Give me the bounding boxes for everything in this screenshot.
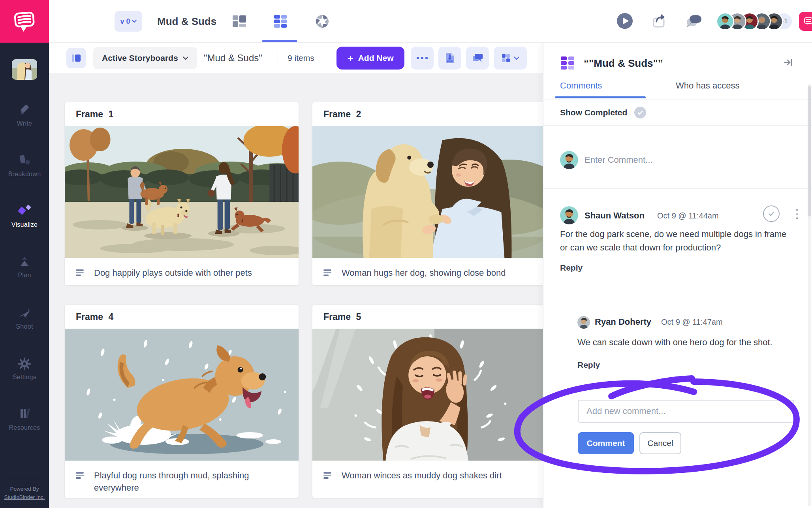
more-options-button[interactable]: [411, 47, 434, 70]
top-bar: v 0 Mud & Suds: [49, 0, 812, 43]
panel-scrollbar: [808, 84, 811, 506]
svg-text:PDF: PDF: [447, 60, 453, 63]
export-pdf-button[interactable]: PDF: [438, 47, 461, 70]
filter-label: Active Storyboards: [102, 53, 178, 63]
speech-bubble-logo-icon: [12, 10, 37, 33]
boards-sidebar-toggle-button[interactable]: [66, 48, 86, 68]
avatar[interactable]: [716, 12, 734, 30]
tab-who-has-access[interactable]: Who has access: [676, 81, 739, 91]
sidebar-item-settings[interactable]: Settings: [0, 357, 49, 381]
sidebar-item-label: Write: [0, 120, 49, 127]
comments-bubble-icon[interactable]: [685, 12, 702, 30]
frame-5-illustration-woman-winces: [312, 329, 546, 461]
frame-title: Frame 4: [65, 305, 299, 329]
frame-title: Frame 1: [65, 102, 299, 126]
new-comment-input[interactable]: [578, 400, 794, 423]
show-completed-label: Show Completed: [560, 108, 627, 117]
panel-title: “"Mud & Suds"”: [584, 57, 775, 70]
powered-by[interactable]: Powered By StudioBinder Inc.: [0, 485, 49, 502]
sidebar-item-label: Plan: [0, 272, 49, 279]
sidebar-item-label: Breakdown: [0, 171, 49, 178]
sidebar-item-visualize[interactable]: Visualize: [0, 204, 49, 228]
version-dropdown[interactable]: v 0: [115, 11, 142, 32]
show-completed-toggle[interactable]: [634, 107, 646, 119]
add-new-button[interactable]: + Add New: [336, 47, 404, 70]
frame-caption: Woman hugs her dog, showing close bond: [342, 267, 506, 279]
resolve-comment-button[interactable]: [763, 205, 780, 222]
reply-link[interactable]: Reply: [577, 360, 600, 370]
powered-by-line1: Powered By: [0, 485, 49, 493]
storyboard-filter-dropdown[interactable]: Active Storyboards: [93, 47, 197, 69]
comment-body: For the dog park scene, do we need multi…: [560, 228, 791, 254]
mosaic-view-icon[interactable]: [231, 13, 247, 29]
sidebar-item-plan[interactable]: Plan: [0, 256, 49, 279]
frame-4-illustration-dog-splashing: [65, 329, 299, 461]
chat-bubbles-icon: [472, 53, 483, 63]
comment-cancel-button[interactable]: Cancel: [639, 432, 681, 454]
sidebar-item-label: Visualize: [0, 221, 49, 228]
comment-menu-icon[interactable]: [793, 206, 801, 222]
tab-comments[interactable]: Comments: [560, 81, 602, 91]
powered-by-line2: StudioBinder Inc.: [0, 493, 49, 502]
add-new-label: Add New: [358, 53, 394, 63]
scrollbar-thumb[interactable]: [808, 86, 811, 216]
active-view-underline: [262, 40, 297, 42]
storyboard-grid-icon: [560, 55, 576, 71]
panel-tabs: Comments Who has access: [543, 81, 812, 100]
comment-composer[interactable]: Enter Comment...: [543, 126, 812, 189]
frame-card-1[interactable]: Frame 1: [64, 102, 299, 286]
play-button[interactable]: [616, 12, 633, 30]
chevron-down-icon: [183, 56, 188, 60]
avatar: [560, 206, 578, 224]
paper-plane-icon: [17, 307, 32, 320]
grid-icon: [501, 53, 511, 63]
share-icon[interactable]: [651, 12, 668, 30]
sidebar-item-shoot[interactable]: Shoot: [0, 307, 49, 330]
ellipsis-icon: [417, 57, 428, 59]
comment-submit-button[interactable]: Comment: [578, 432, 634, 454]
frame-caption: Woman winces as muddy dog shakes dirt: [342, 469, 502, 482]
caption-lines-icon: [323, 269, 331, 276]
comment-timestamp: Oct 9 @ 11:44am: [657, 211, 719, 220]
frame-title: Frame 5: [312, 305, 546, 329]
project-thumbnail[interactable]: [12, 59, 37, 80]
sidebar-item-resources[interactable]: Resources: [0, 407, 49, 431]
frame-2-illustration-woman-hugs-dog: [312, 126, 546, 258]
frame-card-5[interactable]: Frame 5: [312, 305, 547, 498]
grid-view-icon-active[interactable]: [273, 13, 288, 29]
caption-lines-icon: [323, 472, 331, 479]
sidebar-item-label: Shoot: [0, 323, 49, 330]
items-count: 9 items: [288, 43, 314, 73]
avatar: [560, 151, 578, 169]
aperture-view-icon[interactable]: [314, 13, 330, 29]
project-title: Mud & Suds: [157, 0, 216, 43]
show-completed-row: Show Completed: [543, 100, 812, 126]
books-icon: [17, 407, 32, 421]
version-label: v 0: [120, 17, 130, 26]
gear-icon: [18, 357, 31, 371]
frame-caption: Dog happily plays outside with other pet…: [94, 267, 252, 279]
enter-comment-placeholder[interactable]: Enter Comment...: [585, 155, 652, 165]
comment-mode-button[interactable]: [466, 47, 489, 70]
reply-link[interactable]: Reply: [560, 263, 583, 273]
sidebar-item-write[interactable]: Write: [0, 103, 49, 127]
layout-options-button[interactable]: [494, 47, 527, 70]
plan-icon: [17, 256, 32, 269]
wincing-woman: [382, 337, 468, 461]
divider: [278, 50, 278, 66]
frame-1-illustration-dog-park: [65, 126, 299, 258]
comment-author[interactable]: Shaun Watson: [585, 211, 645, 221]
pen-icon: [18, 103, 31, 117]
avatar: [577, 316, 590, 329]
frame-card-4[interactable]: Frame 4: [64, 305, 299, 498]
sidebar-item-breakdown[interactable]: Breakdown: [0, 153, 49, 178]
comment-author[interactable]: Ryan Doherty: [595, 317, 651, 327]
studiobinder-logo[interactable]: [0, 0, 49, 43]
frame-card-2[interactable]: Frame 2: [312, 102, 547, 286]
chevron-down-icon: [132, 20, 137, 23]
board-title: "Mud & Suds": [204, 43, 262, 73]
comment-timestamp: Oct 9 @ 11:47am: [661, 318, 723, 327]
studiobinder-chat-icon[interactable]: [799, 12, 812, 31]
caption-lines-icon: [76, 472, 84, 479]
collapse-panel-icon[interactable]: [783, 57, 793, 69]
